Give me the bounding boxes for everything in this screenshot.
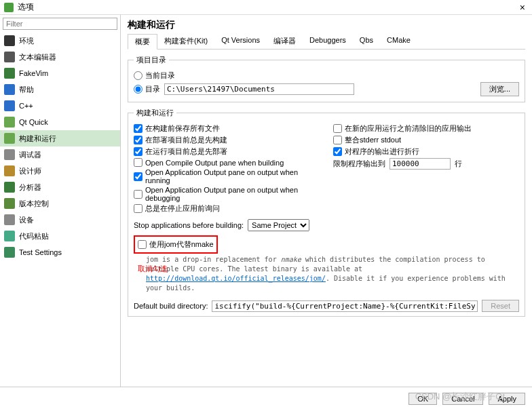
left-col: 在构建前保存所有文件在部署项目前总是先构建在运行项目前总是先部署Open Com… — [134, 122, 320, 215]
sidebar-icon — [4, 52, 15, 62]
sidebar-item-label: FakeVim — [19, 69, 48, 77]
stopapps-label: Stop applications before building: — [134, 221, 244, 229]
sidebar-item-5[interactable]: Qt Quick — [0, 114, 120, 130]
project-dir-group: 项目目录 当前目录 目录 浏览... — [128, 55, 525, 102]
watermark: CSDN @长沙红胖子Qt — [415, 391, 505, 403]
tab-6[interactable]: CMake — [380, 34, 417, 49]
sidebar-item-label: 文本编辑器 — [19, 52, 56, 62]
tab-5[interactable]: Qbs — [353, 34, 380, 49]
app-icon — [4, 3, 14, 12]
sidebar-icon — [4, 35, 15, 46]
right-check-2[interactable]: 对程序的输出进行折行 — [333, 146, 519, 157]
radio-current-dir[interactable]: 当前目录 — [134, 71, 175, 81]
sidebar-item-13[interactable]: Test Settings — [0, 244, 120, 260]
tab-3[interactable]: 编译器 — [267, 34, 303, 49]
sidebar-item-label: 代码粘贴 — [19, 231, 49, 241]
tab-4[interactable]: Debuggers — [303, 34, 353, 49]
sidebar-item-3[interactable]: 帮助 — [0, 81, 120, 98]
build-dir-input[interactable] — [212, 300, 478, 312]
sidebar-item-9[interactable]: 分析器 — [0, 179, 120, 195]
sidebar-icon — [4, 84, 15, 95]
sidebar-list: 环境文本编辑器FakeVim帮助C++Qt Quick构建和运行调试器设计师分析… — [0, 33, 120, 387]
left-check-1[interactable]: 在部署项目前总是先构建 — [134, 135, 320, 145]
limit-row: 限制程序输出到 行 — [333, 158, 519, 170]
sidebar-icon — [4, 100, 15, 111]
jom-description: jom is a drop-in replacement for nmake w… — [146, 255, 519, 293]
sidebar-item-label: 版本控制 — [19, 199, 49, 209]
sidebar-icon — [4, 231, 15, 241]
sidebar-item-0[interactable]: 环境 — [0, 33, 120, 49]
sidebar: 环境文本编辑器FakeVim帮助C++Qt Quick构建和运行调试器设计师分析… — [0, 15, 121, 387]
sidebar-item-8[interactable]: 设计师 — [0, 163, 120, 179]
sidebar-icon — [4, 214, 15, 225]
sidebar-item-label: 设备 — [19, 215, 34, 225]
sidebar-item-label: 分析器 — [19, 182, 41, 193]
sidebar-icon — [4, 182, 15, 193]
title-bar: 选项 × — [0, 0, 532, 15]
sidebar-item-7[interactable]: 调试器 — [0, 146, 120, 163]
left-check-0[interactable]: 在构建前保存所有文件 — [134, 123, 320, 134]
sidebar-item-label: 帮助 — [19, 85, 34, 95]
build-run-group: 构建和运行 在构建前保存所有文件在部署项目前总是先构建在运行项目前总是先部署Op… — [128, 108, 525, 317]
sidebar-item-label: Qt Quick — [19, 118, 48, 126]
sidebar-icon — [4, 68, 15, 79]
sidebar-item-label: 环境 — [19, 36, 34, 46]
sidebar-item-label: 调试器 — [19, 150, 41, 160]
left-check-4[interactable]: Open Application Output pane on output w… — [134, 168, 320, 184]
close-icon[interactable]: × — [517, 2, 528, 13]
filter-input[interactable] — [3, 18, 117, 30]
left-check-5[interactable]: Open Application Output pane on output w… — [134, 186, 320, 202]
sidebar-icon — [4, 149, 15, 160]
project-dir-legend: 项目目录 — [134, 55, 169, 65]
sidebar-item-label: C++ — [19, 102, 33, 110]
sidebar-icon — [4, 133, 15, 144]
tab-2[interactable]: Qt Versions — [214, 34, 267, 49]
radio-dir[interactable]: 目录 — [134, 84, 160, 94]
browse-button[interactable]: 浏览... — [480, 82, 519, 96]
left-check-2[interactable]: 在运行项目前总是先部署 — [134, 146, 320, 157]
tabs: 概要构建套件(Kit)Qt Versions编译器DebuggersQbsCMa… — [128, 34, 525, 50]
sidebar-icon — [4, 247, 15, 258]
dir-path-input[interactable] — [164, 83, 354, 95]
sidebar-item-10[interactable]: 版本控制 — [0, 195, 120, 212]
sidebar-icon — [4, 117, 15, 128]
right-check-0[interactable]: 在新的应用运行之前清除旧的应用输出 — [333, 123, 519, 134]
window-title: 选项 — [18, 1, 517, 13]
annotation-cancel: 取消勾选 — [138, 264, 168, 274]
right-check-1[interactable]: 整合stderr stdout — [333, 135, 519, 145]
stopapps-select[interactable]: Same Project — [248, 219, 309, 231]
sidebar-item-1[interactable]: 文本编辑器 — [0, 49, 120, 65]
jom-checkbox-highlight: 使用jom代替nmake — [134, 235, 218, 254]
tab-0[interactable]: 概要 — [128, 34, 157, 50]
sidebar-icon — [4, 198, 15, 209]
build-dir-label: Default build directory: — [134, 302, 208, 310]
jom-link[interactable]: http://download.qt.io/official_releases/… — [146, 275, 326, 282]
page-title: 构建和运行 — [128, 19, 525, 31]
limit-input[interactable] — [390, 158, 451, 170]
build-run-legend: 构建和运行 — [134, 108, 176, 118]
sidebar-item-11[interactable]: 设备 — [0, 212, 120, 228]
left-check-6[interactable]: 总是在停止应用前询问 — [134, 203, 320, 214]
sidebar-icon — [4, 165, 15, 176]
sidebar-item-4[interactable]: C++ — [0, 98, 120, 114]
sidebar-item-label: 构建和运行 — [19, 134, 56, 144]
sidebar-item-12[interactable]: 代码粘贴 — [0, 228, 120, 244]
sidebar-item-label: 设计师 — [19, 166, 41, 176]
jom-checkbox[interactable]: 使用jom代替nmake — [138, 239, 214, 250]
content-pane: 构建和运行 概要构建套件(Kit)Qt Versions编译器Debuggers… — [121, 15, 532, 387]
sidebar-item-6[interactable]: 构建和运行 — [0, 130, 120, 146]
sidebar-item-label: Test Settings — [19, 248, 62, 256]
left-check-3[interactable]: Open Compile Output pane when building — [134, 158, 320, 167]
sidebar-item-2[interactable]: FakeVim — [0, 65, 120, 81]
build-dir-row: Default build directory: Reset — [134, 300, 519, 312]
right-col: 在新的应用运行之前清除旧的应用输出整合stderr stdout对程序的输出进行… — [333, 122, 519, 215]
tab-1[interactable]: 构建套件(Kit) — [157, 34, 214, 49]
reset-button[interactable]: Reset — [482, 300, 519, 312]
